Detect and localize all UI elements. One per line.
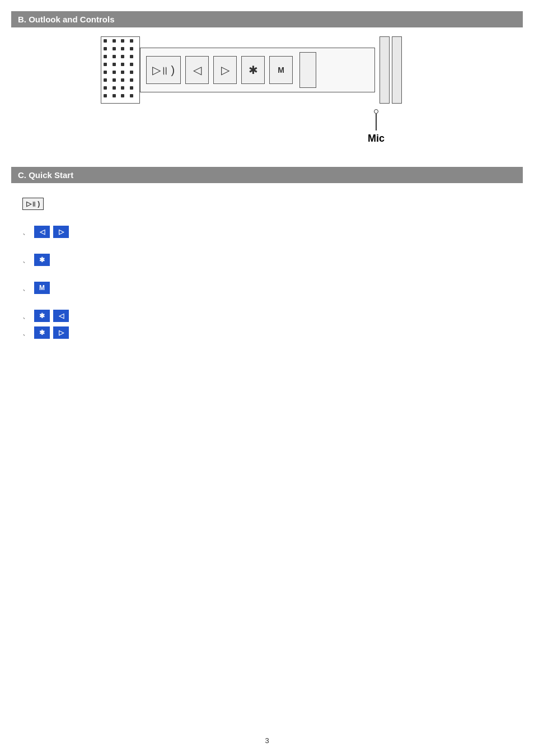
qs-star-icon: ✱ [34, 254, 50, 266]
control-panel: ▷॥ ) ◁ ▷ ✱ M [140, 48, 375, 92]
qs-bullet-6: 、 [22, 328, 30, 338]
grille-dot [121, 71, 124, 74]
grille-dot [130, 94, 133, 97]
qs-item-star-prev: 、 ✱ ◁ [22, 310, 512, 322]
mic-area: Mic [229, 109, 523, 144]
qs-play-pause-icon: ▷॥ ) [22, 198, 44, 210]
qs-next-icon-2: ▷ [53, 326, 69, 339]
right-speaker-bars [380, 36, 402, 104]
grille-dot [121, 55, 124, 58]
mic-dot [374, 109, 378, 114]
section-c-header: C. Quick Start [11, 167, 523, 183]
qs-star-icon-2: ✱ [34, 310, 50, 322]
grille-dot [130, 63, 133, 66]
qs-star-prev-row: ✱ ◁ [34, 310, 69, 322]
qs-item-m: 、 M [22, 282, 512, 294]
right-bar-1 [380, 36, 390, 104]
star-button[interactable]: ✱ [241, 56, 265, 84]
grille-dot [113, 94, 116, 97]
qs-bullet-4: 、 [22, 283, 30, 293]
grille-dot [104, 78, 107, 82]
prev-button[interactable]: ◁ [185, 56, 209, 84]
grille-dot [104, 55, 107, 58]
qs-prev-next-row: ◁ ▷ [34, 226, 69, 238]
qs-item-play-pause: ▷॥ ) [22, 198, 512, 210]
mic-label: Mic [368, 133, 385, 144]
grille-dot [121, 39, 124, 43]
qs-item-star: 、 ✱ [22, 254, 512, 266]
qs-bullet-2: 、 [22, 227, 30, 237]
grille-dot [121, 94, 124, 97]
grille-dot [121, 63, 124, 66]
qs-bullet-5: 、 [22, 311, 30, 321]
m-button[interactable]: M [269, 56, 293, 84]
grille-dot [113, 55, 116, 58]
right-bar-2 [392, 36, 402, 104]
grille-dot [104, 63, 107, 66]
grille-dot [113, 71, 116, 74]
section-c-title: C. Quick Start [18, 170, 73, 180]
play-pause-button[interactable]: ▷॥ ) [146, 56, 181, 84]
section-b-title: B. Outlook and Controls [18, 15, 115, 24]
grille-dot [104, 71, 107, 74]
qs-prev-icon: ◁ [34, 226, 50, 238]
grille-dot [121, 47, 124, 50]
grille-dot [104, 94, 107, 97]
grille-dot [104, 39, 107, 43]
qs-prev-icon-2: ◁ [53, 310, 69, 322]
grille-dot [121, 78, 124, 82]
grille-dot [113, 47, 116, 50]
next-button[interactable]: ▷ [213, 56, 237, 84]
grille-dot [130, 39, 133, 43]
grille-dot [113, 78, 116, 82]
qs-item-star-next: 、 ✱ ▷ [22, 326, 512, 339]
grille-dot [130, 86, 133, 90]
grille-dot [130, 55, 133, 58]
quick-start-content: ▷॥ ) 、 ◁ ▷ 、 ✱ 、 M 、 ✱ ◁ [11, 192, 523, 349]
grille-dot [113, 63, 116, 66]
grille-dot [113, 39, 116, 43]
speaker-grille-left [101, 36, 140, 104]
qs-item-prev-next: 、 ◁ ▷ [22, 226, 512, 238]
page-number: 3 [265, 736, 269, 745]
grille-dot [130, 78, 133, 82]
volume-slider[interactable] [299, 52, 316, 88]
section-b-header: B. Outlook and Controls [11, 11, 523, 27]
grille-dot [130, 71, 133, 74]
grille-dot [104, 86, 107, 90]
qs-star-icon-3: ✱ [34, 326, 50, 339]
qs-m-icon: M [34, 282, 50, 294]
grille-dot [113, 86, 116, 90]
grille-dot [104, 47, 107, 50]
mic-line [376, 114, 377, 130]
grille-dot [121, 86, 124, 90]
device-diagram: ▷॥ ) ◁ ▷ ✱ M [101, 36, 523, 104]
qs-bullet-3: 、 [22, 255, 30, 265]
section-c: C. Quick Start ▷॥ ) 、 ◁ ▷ 、 ✱ 、 M 、 [11, 167, 523, 349]
grille-dot [130, 47, 133, 50]
qs-star-next-row: ✱ ▷ [34, 326, 69, 339]
qs-next-icon: ▷ [53, 226, 69, 238]
section-b: B. Outlook and Controls [11, 11, 523, 144]
